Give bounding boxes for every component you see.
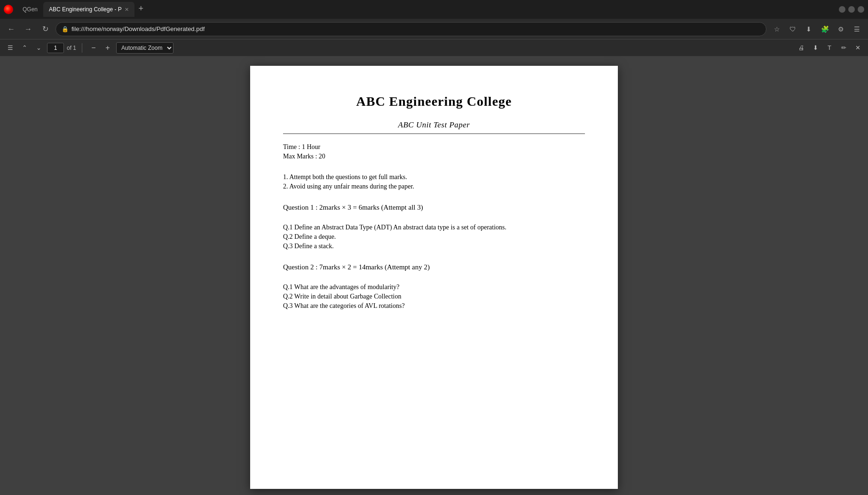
settings-icon[interactable]: ⚙ (834, 23, 847, 36)
toolbar-right: ☆ 🛡 ⬇ 🧩 ⚙ ☰ (770, 23, 863, 36)
title-bar: QGen ABC Engineering College - P ✕ + _ □… (0, 0, 868, 19)
subtitle-container: ABC Unit Test Paper (283, 120, 585, 130)
close-button[interactable]: ✕ (858, 6, 864, 13)
q1-item2: Q.2 Define a deque. (283, 233, 585, 241)
gap4 (283, 252, 585, 263)
instruction-2: 2. Avoid using any unfair means during t… (283, 183, 585, 190)
download-icon[interactable]: ⬇ (802, 23, 815, 36)
shield-icon[interactable]: 🛡 (786, 23, 799, 36)
print-button[interactable]: 🖨 (796, 42, 807, 54)
pdf-toolbar: ☰ ⌃ ⌄ of 1 − + Automatic Zoom 🖨 ⬇ T ✏ ✕ (0, 39, 868, 56)
annotate-button[interactable]: ✏ (838, 42, 849, 54)
title-divider (283, 134, 585, 134)
minimize-button[interactable]: _ (839, 6, 845, 13)
address-security-icon: 🔒 (62, 26, 69, 32)
reload-button[interactable]: ↻ (39, 23, 52, 36)
tab-pdf[interactable]: ABC Engineering College - P ✕ (43, 2, 134, 17)
tab-bar: QGen ABC Engineering College - P ✕ + (17, 2, 839, 17)
gap3 (283, 216, 585, 224)
toolbar-separator (82, 43, 82, 53)
tab-close-icon[interactable]: ✕ (125, 7, 129, 13)
zoom-select[interactable]: Automatic Zoom (116, 42, 174, 54)
browser-logo (4, 5, 13, 14)
gap5 (283, 276, 585, 283)
menu-icon[interactable]: ☰ (850, 23, 863, 36)
q1-item1: Q.1 Define an Abstract Data Type (ADT) A… (283, 224, 585, 231)
forward-button[interactable]: → (22, 23, 35, 36)
extensions-icon[interactable]: 🧩 (818, 23, 831, 36)
instruction-1: 1. Attempt both the questions to get ful… (283, 173, 585, 181)
bookmark-icon[interactable]: ☆ (770, 23, 783, 36)
next-page-button[interactable]: ⌄ (33, 42, 44, 54)
download-pdf-button[interactable]: ⬇ (810, 42, 821, 54)
q1-item3: Q.3 Define a stack. (283, 243, 585, 250)
maximize-button[interactable]: □ (848, 6, 855, 13)
pdf-viewer-area: ABC Engineering College ABC Unit Test Pa… (0, 56, 868, 495)
page-total: of 1 (67, 45, 76, 51)
zoom-in-button[interactable]: + (102, 42, 113, 54)
address-text: file:///home/norway/Downloads/PdfGenerat… (71, 25, 205, 32)
pdf-toolbar-right: 🖨 ⬇ T ✏ ✕ (796, 42, 863, 54)
text-select-tool[interactable]: T (824, 42, 835, 54)
window-controls: _ □ ✕ (839, 6, 864, 13)
back-button[interactable]: ← (5, 23, 18, 36)
zoom-out-button[interactable]: − (88, 42, 99, 54)
more-tools-button[interactable]: ✕ (852, 42, 863, 54)
tab-qgen-label: QGen (23, 6, 38, 13)
question1-header: Question 1 : 2marks × 3 = 6marks (Attemp… (283, 204, 585, 212)
new-tab-button[interactable]: + (134, 2, 148, 15)
q2-item3: Q.3 What are the categories of AVL rotat… (283, 302, 585, 310)
sidebar-toggle-button[interactable]: ☰ (5, 42, 16, 54)
gap1 (283, 162, 585, 173)
tab-pdf-label: ABC Engineering College - P (49, 6, 122, 13)
document-subtitle: ABC Unit Test Paper (398, 120, 470, 129)
question2-header: Question 2 : 7marks × 2 = 14marks (Attem… (283, 263, 585, 271)
prev-page-button[interactable]: ⌃ (19, 42, 30, 54)
document-title: ABC Engineering College (283, 94, 585, 109)
address-bar[interactable]: 🔒 file:///home/norway/Downloads/PdfGener… (55, 22, 766, 36)
tab-qgen[interactable]: QGen (17, 2, 43, 17)
gap2 (283, 192, 585, 204)
marks-text: Max Marks : 20 (283, 153, 585, 160)
q2-item1: Q.1 What are the advantages of modularit… (283, 283, 585, 291)
page-number-input[interactable] (47, 43, 64, 53)
q2-item2: Q.2 Write in detail about Garbage Collec… (283, 293, 585, 300)
nav-toolbar: ← → ↻ 🔒 file:///home/norway/Downloads/Pd… (0, 19, 868, 39)
time-text: Time : 1 Hour (283, 143, 585, 151)
pdf-page: ABC Engineering College ABC Unit Test Pa… (250, 66, 618, 489)
